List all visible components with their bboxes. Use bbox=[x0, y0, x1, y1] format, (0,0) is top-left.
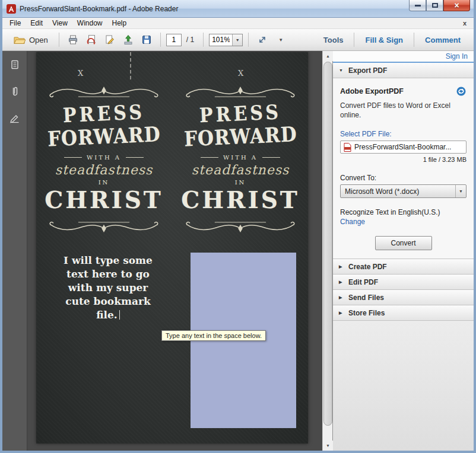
section-edit-label: Edit PDF bbox=[348, 278, 378, 286]
menu-edit[interactable]: Edit bbox=[26, 18, 47, 28]
email-button[interactable] bbox=[83, 31, 100, 48]
section-send-files[interactable]: ▶ Send Files bbox=[333, 290, 474, 305]
arrow-down-icon: ▼ bbox=[326, 444, 330, 448]
window-title: PressForwardSlant-Bookmark.pdf - Adobe R… bbox=[20, 5, 178, 13]
bookmark-word-forward: FORWARD bbox=[47, 122, 161, 151]
tools-panel: Sign In ▼ Export PDF Adobe ExportPDF bbox=[332, 51, 474, 451]
ornament-top-icon bbox=[47, 85, 160, 100]
scroll-down-button[interactable]: ▼ bbox=[323, 441, 333, 451]
page-thumbnails-icon bbox=[9, 59, 20, 70]
close-button[interactable]: × bbox=[443, 0, 470, 11]
sign-in-link[interactable]: Sign In bbox=[446, 52, 468, 60]
ornament-top-icon bbox=[184, 85, 297, 100]
exportpdf-service-icon[interactable] bbox=[456, 86, 467, 97]
minimize-button[interactable] bbox=[409, 0, 426, 11]
more-tools-button[interactable]: ▼ bbox=[272, 31, 289, 48]
typed-line: cute bookmark bbox=[46, 295, 170, 308]
bookmark-word-in: IN bbox=[235, 179, 246, 186]
signatures-button[interactable] bbox=[6, 109, 24, 127]
bookmark-design-left: PRESS FORWARD WITH A steadfastness IN CH… bbox=[41, 85, 167, 234]
fit-page-button[interactable] bbox=[254, 31, 271, 48]
rule bbox=[126, 157, 144, 158]
close-document-icon[interactable]: x bbox=[463, 20, 471, 27]
save-icon bbox=[141, 34, 152, 45]
comment-tab[interactable]: Comment bbox=[418, 33, 468, 47]
export-pdf-panel: Adobe ExportPDF Convert PDF files to Wor… bbox=[333, 78, 474, 259]
cut-line bbox=[130, 52, 131, 79]
bookmark-with-a-text: WITH A bbox=[223, 154, 258, 161]
zoom-input[interactable] bbox=[210, 35, 232, 45]
document-viewport[interactable]: X X PRESS FORWARD bbox=[27, 51, 322, 451]
format-dropdown[interactable]: Microsoft Word (*.docx) ▼ bbox=[340, 184, 467, 198]
sign-in-bar: Sign In bbox=[333, 51, 474, 63]
menu-file[interactable]: File bbox=[5, 18, 26, 28]
format-selected-value: Microsoft Word (*.docx) bbox=[345, 187, 419, 196]
open-button[interactable]: Open bbox=[8, 31, 53, 48]
section-edit-pdf[interactable]: ▶ Edit PDF bbox=[333, 275, 474, 290]
cut-mark: X bbox=[78, 69, 83, 78]
selected-file-box[interactable]: PressForwardSlant-Bookmar... bbox=[340, 141, 467, 154]
print-button[interactable] bbox=[65, 31, 81, 48]
menu-view[interactable]: View bbox=[47, 18, 72, 28]
scrollbar-thumb[interactable] bbox=[323, 62, 332, 426]
typed-line-text: file. bbox=[96, 309, 118, 321]
upload-icon bbox=[123, 34, 134, 45]
page-number-input[interactable] bbox=[166, 34, 182, 46]
form-text-field-left[interactable]: I will type some text here to go with my… bbox=[46, 254, 170, 322]
chevron-down-icon: ▼ bbox=[236, 38, 240, 42]
menu-help[interactable]: Help bbox=[107, 18, 132, 28]
app-window: PressForwardSlant-Bookmark.pdf - Adobe R… bbox=[0, 0, 476, 453]
bookmark-word-forward: FORWARD bbox=[183, 122, 297, 151]
pdf-file-icon bbox=[344, 143, 351, 152]
menu-window[interactable]: Window bbox=[72, 18, 107, 28]
left-nav-strip bbox=[2, 51, 27, 451]
product-name: Adobe ExportPDF bbox=[340, 87, 404, 95]
bookmark-in-text: IN bbox=[99, 179, 110, 186]
maximize-icon bbox=[432, 3, 438, 8]
vertical-scrollbar[interactable]: ▲ ▼ bbox=[322, 51, 332, 451]
section-store-files[interactable]: ▶ Store Files bbox=[333, 305, 474, 321]
separator bbox=[160, 33, 161, 47]
zoom-dropdown-button[interactable]: ▼ bbox=[232, 34, 242, 46]
page-thumbnails-button[interactable] bbox=[6, 56, 24, 74]
section-create-pdf[interactable]: ▶ Create PDF bbox=[333, 259, 474, 275]
ornament-bottom-icon bbox=[47, 219, 160, 234]
menu-bar: File Edit View Window Help x bbox=[2, 18, 474, 29]
text-caret bbox=[119, 310, 120, 320]
toolbar-right-group: Tools Fill & Sign Comment bbox=[316, 33, 468, 47]
bookmark-design-right: PRESS FORWARD WITH A steadfastness IN CH… bbox=[177, 85, 303, 234]
convert-button[interactable]: Convert bbox=[375, 236, 432, 250]
tools-tab[interactable]: Tools bbox=[316, 33, 351, 47]
sign-button[interactable] bbox=[101, 31, 118, 48]
print-icon bbox=[68, 34, 78, 45]
typed-line: text here to go bbox=[46, 267, 170, 281]
bookmark-with-a-text: WITH A bbox=[87, 154, 121, 161]
separator bbox=[203, 33, 204, 47]
section-export-pdf[interactable]: ▼ Export PDF bbox=[333, 63, 474, 78]
fill-sign-tab[interactable]: Fill & Sign bbox=[358, 33, 410, 47]
adobe-reader-icon bbox=[7, 4, 16, 14]
maximize-button[interactable] bbox=[426, 0, 443, 11]
title-bar: PressForwardSlant-Bookmark.pdf - Adobe R… bbox=[2, 0, 474, 18]
rule bbox=[262, 157, 280, 158]
chevron-down-icon: ▼ bbox=[455, 185, 466, 197]
save-button[interactable] bbox=[138, 31, 155, 48]
separator bbox=[414, 33, 414, 47]
attachments-button[interactable] bbox=[6, 82, 24, 100]
typed-line-last: file. bbox=[46, 308, 170, 322]
convert-to-label: Convert To: bbox=[340, 174, 467, 182]
separator bbox=[59, 33, 59, 47]
section-create-label: Create PDF bbox=[348, 263, 387, 271]
triangle-collapsed-icon: ▶ bbox=[339, 311, 344, 315]
scroll-up-button[interactable]: ▲ bbox=[323, 51, 333, 61]
section-send-label: Send Files bbox=[348, 294, 384, 302]
upload-button[interactable] bbox=[120, 31, 137, 48]
bookmark-word-christ: CHRIST bbox=[181, 186, 300, 213]
bookmark-word-steadfastness: steadfastness bbox=[192, 162, 290, 177]
export-description: Convert PDF files to Word or Excel onlin… bbox=[340, 101, 459, 120]
open-label: Open bbox=[29, 36, 48, 44]
selected-file-name: PressForwardSlant-Bookmar... bbox=[354, 143, 451, 151]
main-toolbar: Open bbox=[2, 29, 474, 51]
change-link[interactable]: Change bbox=[340, 218, 467, 226]
product-row: Adobe ExportPDF bbox=[340, 86, 467, 97]
